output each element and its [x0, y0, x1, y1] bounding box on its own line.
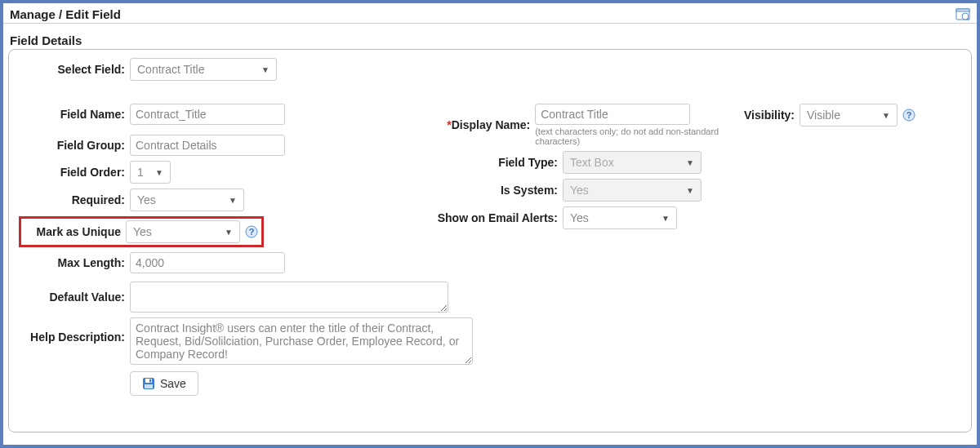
max-length-label: Max Length: [16, 256, 130, 269]
chevron-down-icon: ▼ [662, 214, 670, 223]
required-label: Required: [16, 193, 130, 206]
is-system-dropdown: Yes ▼ [563, 179, 702, 202]
section-title: Field Details [3, 24, 977, 49]
field-type-value: Text Box [570, 156, 614, 169]
svg-text:?: ? [249, 227, 255, 237]
field-group-label: Field Group: [16, 139, 130, 152]
show-email-value: Yes [570, 211, 589, 224]
display-name-hint: (text characters only; do not add non-st… [535, 126, 726, 146]
chevron-down-icon: ▼ [686, 186, 694, 195]
is-system-value: Yes [570, 184, 589, 197]
visibility-dropdown[interactable]: Visible ▼ [800, 104, 898, 126]
help-description-textarea[interactable] [130, 317, 473, 365]
show-email-label: Show on Email Alerts: [399, 211, 563, 224]
field-name-label: Field Name: [16, 108, 130, 121]
chevron-down-icon: ▼ [155, 168, 163, 177]
save-button-label: Save [160, 377, 186, 390]
is-system-label: Is System: [399, 184, 563, 197]
chevron-down-icon: ▼ [225, 228, 233, 237]
field-details-panel: Select Field: Contract Title ▼ Field Nam… [8, 49, 972, 432]
chevron-down-icon: ▼ [686, 158, 694, 167]
chevron-down-icon: ▼ [261, 65, 270, 74]
select-field-value: Contract Title [137, 63, 204, 76]
svg-rect-10 [145, 384, 153, 388]
chevron-down-icon: ▼ [229, 196, 237, 205]
default-value-label: Default Value: [16, 291, 130, 304]
show-email-dropdown[interactable]: Yes ▼ [563, 206, 677, 229]
svg-text:?: ? [906, 110, 912, 120]
default-value-textarea[interactable] [130, 282, 448, 313]
svg-rect-1 [956, 9, 969, 11]
mark-unique-dropdown[interactable]: Yes ▼ [126, 220, 240, 243]
field-type-dropdown: Text Box ▼ [563, 151, 702, 174]
field-order-label: Field Order: [16, 166, 130, 179]
page-header: Manage / Edit Field [3, 3, 977, 24]
page-title: Manage / Edit Field [10, 7, 121, 21]
svg-rect-11 [149, 379, 151, 383]
field-group-input[interactable] [130, 135, 285, 156]
required-value: Yes [137, 193, 156, 206]
select-field-label: Select Field: [16, 63, 130, 76]
display-name-input[interactable] [535, 104, 690, 125]
help-description-label: Help Description: [16, 317, 130, 344]
mark-unique-label: Mark as Unique [23, 225, 126, 238]
display-name-label: *Display Name: [399, 118, 535, 131]
required-dropdown[interactable]: Yes ▼ [130, 189, 244, 211]
help-icon[interactable]: ? [245, 225, 258, 238]
field-type-label: Field Type: [399, 156, 563, 169]
mark-unique-value: Yes [133, 225, 152, 238]
save-icon [142, 377, 155, 390]
app-frame: Manage / Edit Field Field Details Select… [0, 0, 980, 448]
help-icon[interactable]: ? [902, 109, 915, 122]
max-length-input[interactable] [130, 252, 285, 273]
field-name-input[interactable] [130, 104, 285, 125]
mark-unique-highlight: Mark as Unique Yes ▼ ? [19, 216, 264, 247]
field-order-dropdown[interactable]: 1 ▼ [130, 161, 171, 184]
save-button[interactable]: Save [130, 371, 198, 396]
calendar-icon[interactable] [956, 7, 970, 21]
visibility-label: Visibility: [726, 109, 800, 122]
field-order-value: 1 [137, 166, 144, 179]
visibility-value: Visible [807, 109, 840, 122]
chevron-down-icon: ▼ [882, 111, 890, 120]
select-field-dropdown[interactable]: Contract Title ▼ [130, 58, 277, 81]
